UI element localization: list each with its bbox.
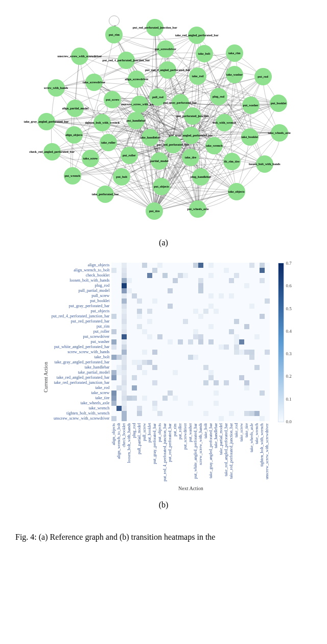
heatmap-cell [152, 334, 157, 339]
heatmap-cell [198, 355, 203, 360]
heatmap-cell [152, 344, 157, 350]
heatmap-cell [234, 314, 239, 319]
heatmap-cell [183, 385, 188, 390]
heatmap-cell [173, 339, 178, 344]
graph-node [100, 134, 117, 151]
heatmap-cell [152, 304, 157, 309]
heatmap-cell [208, 390, 214, 396]
heatmap-cell [234, 273, 239, 278]
colorbar-tick: 0.7 [286, 261, 291, 266]
heatmap-cell [111, 401, 116, 406]
heatmap-cell [183, 406, 188, 411]
heatmap-cell [178, 416, 183, 421]
heatmap-cell [178, 329, 183, 334]
heatmap-cell [214, 334, 219, 339]
heatmap-cell [188, 344, 193, 350]
heatmap-cell [265, 411, 270, 416]
heatmap-cell [239, 344, 244, 350]
heatmap-cell [142, 288, 147, 293]
heatmap-cell [219, 339, 224, 344]
heatmap-cell [147, 304, 152, 309]
heatmap-cell [244, 263, 249, 268]
heatmap-cell [219, 401, 224, 406]
heatmap-cell [173, 380, 178, 385]
heatmap-cell [254, 309, 260, 314]
heatmap-cell [162, 375, 168, 380]
heatmap-cell [234, 304, 239, 309]
graph-node [43, 143, 61, 160]
heatmap-cell [198, 329, 203, 334]
heatmap-cell [208, 396, 214, 401]
heatmap-cell [183, 380, 188, 385]
heatmap-cell [173, 309, 178, 314]
heatmap-cell [132, 298, 137, 304]
heatmap-cell [234, 350, 239, 355]
heatmap-cell [188, 309, 193, 314]
heatmap-cell [116, 375, 122, 380]
heatmap-cell [137, 350, 142, 355]
heatmap-cell [260, 263, 265, 268]
heatmap-colorbar: 0.70.60.50.40.30.20.10.0 [278, 263, 284, 422]
heatmap-col-label: put_booklet [147, 423, 152, 481]
heatmap-cell [122, 355, 127, 360]
heatmap-cell [203, 283, 208, 288]
heatmap-cell [229, 288, 234, 293]
heatmap-col-label: put_red_perforated_bar [168, 423, 173, 481]
heatmap-cell [142, 390, 147, 396]
heatmap-cell [208, 288, 214, 293]
graph-node [254, 68, 272, 85]
heatmap-cell [137, 329, 142, 334]
heatmap-cell [219, 344, 224, 350]
heatmap-cell [214, 360, 219, 365]
heatmap-cell [260, 344, 265, 350]
heatmap-cell [224, 263, 229, 268]
heatmap-cell [249, 324, 254, 329]
heatmap-col-label: loosen_bolt_with_hands [127, 423, 132, 481]
heatmap-cell [260, 355, 265, 360]
heatmap-cell [229, 319, 234, 324]
heatmap-cell [239, 339, 244, 344]
heatmap-cell [178, 380, 183, 385]
heatmap-cell [147, 309, 152, 314]
heatmap-cell [127, 314, 132, 319]
heatmap-cell [122, 416, 127, 421]
heatmap-y-labels: align_objectsalign_wrench_to_boltcheck_b… [52, 263, 112, 421]
heatmap-cell [254, 298, 260, 304]
heatmap-cell [260, 278, 265, 283]
heatmap-cell [224, 360, 229, 365]
heatmap-col-label: put_red_4_perforated_junction_bar [162, 423, 168, 481]
heatmap-cell [173, 344, 178, 350]
heatmap-row-label: take_wheels_axle [81, 401, 110, 406]
heatmap-cell [127, 355, 132, 360]
heatmap-cell [254, 385, 260, 390]
heatmap-cell [244, 360, 249, 365]
heatmap-cell [214, 406, 219, 411]
heatmap-cell [116, 390, 122, 396]
heatmap-cell [142, 350, 147, 355]
heatmap-cell [168, 324, 173, 329]
heatmap-cell [116, 344, 122, 350]
heatmap-cell [214, 375, 219, 380]
heatmap-cell [183, 309, 188, 314]
heatmap-cell [234, 283, 239, 288]
heatmap-cell [147, 406, 152, 411]
heatmap-cell [132, 390, 137, 396]
heatmap-cell [178, 390, 183, 396]
heatmap-cell [147, 263, 152, 268]
heatmap-cell [203, 401, 208, 406]
heatmap-cell [137, 288, 142, 293]
heatmap-cell [260, 268, 265, 273]
heatmap-y-axis-title: Current Action [43, 362, 49, 393]
heatmap-cell [173, 273, 178, 278]
heatmap-cell [122, 329, 127, 334]
heatmap-row-label: take_wrench [89, 406, 110, 411]
heatmap-cell [249, 263, 254, 268]
heatmap-col-label: take_red_angled_perforated_bar [224, 423, 229, 481]
heatmap-cell [132, 263, 137, 268]
heatmap-cell [239, 298, 244, 304]
heatmap-cell [244, 365, 249, 370]
heatmap-col-label: put_white_angled_perforated_bar [193, 423, 198, 481]
heatmap-cell [188, 339, 193, 344]
heatmap-cell [214, 314, 219, 319]
heatmap-cell [219, 268, 224, 273]
